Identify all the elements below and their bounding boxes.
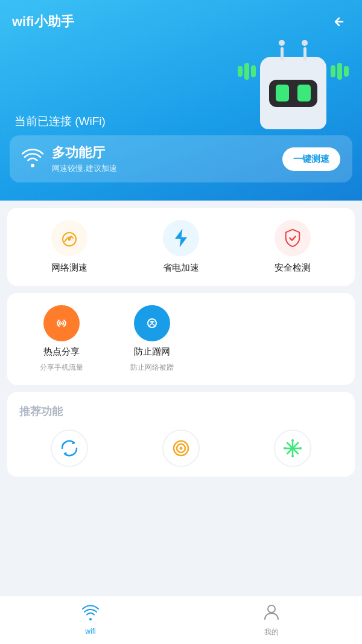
feature-powersave[interactable]: 省电加速 [125,220,237,274]
security-label: 安全检测 [275,262,311,274]
multifunction-text: 多功能厅 网速较慢,建议加速 [52,144,117,174]
hotspot-label: 热点分享 [43,346,80,358]
antenna-stick-right [303,47,306,60]
back-button[interactable] [328,11,350,33]
recommend-icons-row [13,430,349,467]
feature-antirub[interactable]: 防止蹭网 防止网络被蹭 [116,305,188,373]
features-grid-2: 热点分享 分享手机流量 防止蹭网 防止网络被蹭 [13,305,349,373]
app-title: wifi小助手 [12,13,74,31]
speedtest-icon [60,228,79,248]
nav-wifi-icon [82,605,99,625]
nav-mine[interactable]: 我的 [181,604,362,637]
hero-area: 当前已连接 (WiFi) [0,39,362,129]
robot-eye-right [297,85,311,101]
top-section: wifi小助手 当前已连接 (WiFi) [0,0,362,201]
header-bar: wifi小助手 [0,0,362,39]
features-grid-3: 网络测速 省电加速 安全检测 [13,220,349,274]
speedtest-label: 网络测速 [51,262,87,274]
signal-bars-left [238,63,256,80]
speedtest-button[interactable]: 一键测速 [282,147,340,171]
recommend-title: 推荐功能 [19,404,349,419]
bottom-spacer [0,484,362,538]
multifunction-bar: 多功能厅 网速较慢,建议加速 一键测速 [10,135,352,182]
connected-text: 当前已连接 (WiFi) [14,108,106,129]
nav-mine-icon [264,604,279,625]
robot-body [260,57,326,129]
rec-icon-2[interactable] [162,430,200,467]
antirub-icon [143,314,161,332]
hotspot-desc: 分享手机流量 [40,362,83,373]
recommend-card: 推荐功能 [7,392,355,477]
signal-bars-right [331,63,349,80]
robot-antennas [279,40,308,60]
svg-point-18 [268,605,275,613]
powersave-icon-wrap [163,220,199,256]
antenna-right [302,40,308,60]
svg-point-17 [299,447,302,449]
security-icon [284,228,302,248]
nav-mine-svg [264,604,279,620]
nav-mine-label: 我的 [264,627,279,637]
back-icon [331,13,348,30]
svg-point-6 [151,322,153,324]
antenna-ball-left [279,40,285,46]
multifunction-title: 多功能厅 [52,144,117,162]
robot-illustration [239,39,348,129]
rec-icon-1[interactable] [51,430,88,467]
svg-point-15 [291,455,294,457]
robot-eye-left [276,85,289,101]
bar-l1 [238,66,243,77]
wifi-icon [22,148,43,170]
nav-wifi-label: wifi [85,627,95,636]
rec-icon-1-svg [59,438,80,459]
features-card-2: 热点分享 分享手机流量 防止蹭网 防止网络被蹭 [7,293,355,385]
rec-icon-3-svg [282,438,303,459]
svg-point-4 [61,323,63,324]
multifunction-subtitle: 网速较慢,建议加速 [52,163,117,174]
nav-wifi-svg [82,605,99,620]
antirub-icon-wrap [134,305,170,341]
rec-icon-2-svg [171,438,191,459]
features-card-1: 网络测速 省电加速 安全检测 [7,208,355,286]
connected-text-wrap: 当前已连接 (WiFi) [14,108,106,129]
antenna-ball-right [302,40,308,46]
svg-point-9 [179,447,182,450]
powersave-icon [172,228,190,248]
speedtest-icon-wrap [51,220,87,256]
hotspot-icon [52,314,71,332]
bar-l2 [244,63,249,80]
svg-point-16 [284,447,286,449]
bar-l3 [251,65,256,77]
antenna-stick-left [281,47,284,60]
antirub-desc: 防止网络被蹭 [130,362,174,373]
feature-hotspot[interactable]: 热点分享 分享手机流量 [25,305,98,373]
robot-face [269,80,317,107]
feature-speedtest[interactable]: 网络测速 [13,220,125,274]
bar-r2 [337,63,342,80]
bottom-nav: wifi 我的 [0,596,362,644]
svg-point-14 [291,439,294,442]
antirub-label: 防止蹭网 [134,346,170,358]
hotspot-icon-wrap [43,305,80,341]
antenna-left [279,40,285,60]
bar-r3 [344,66,349,77]
feature-security[interactable]: 安全检测 [237,220,349,274]
bar-r1 [331,65,335,77]
powersave-label: 省电加速 [163,262,199,274]
rec-icon-3[interactable] [274,430,311,467]
multifunction-left: 多功能厅 网速较慢,建议加速 [22,144,117,174]
nav-wifi[interactable]: wifi [0,605,181,636]
security-icon-wrap [275,220,311,256]
